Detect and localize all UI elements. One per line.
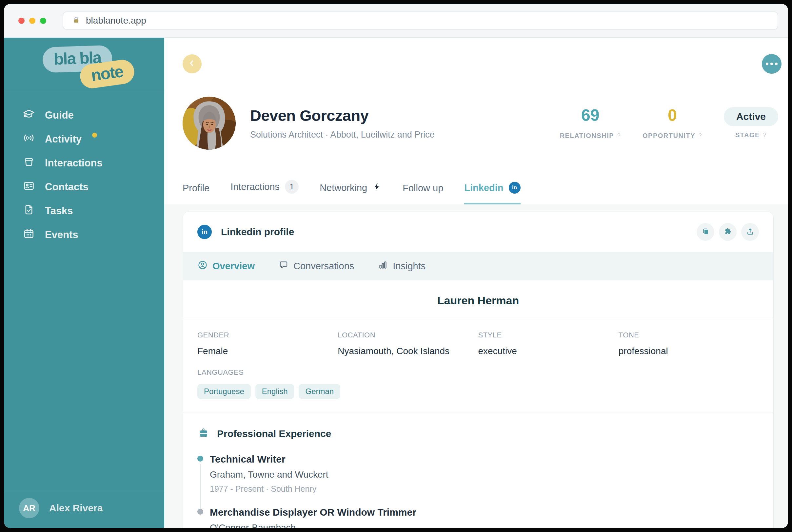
sidebar: bla bla note Guide Activity [4,38,164,528]
tab-profile[interactable]: Profile [183,183,209,204]
sidebar-item-label: Interactions [45,157,103,169]
lightning-icon [372,182,382,194]
stage-badge: Active [724,107,778,126]
chat-bubble-icon [278,260,289,272]
traffic-lights [18,18,46,24]
user-avatar: AR [19,498,39,518]
graduation-cap-icon [23,108,35,123]
tab-content: in Linkedin profile [164,204,788,528]
activity-notification-dot [92,133,97,138]
stage-label: STAGE [735,131,760,139]
opportunity-label: OPPORTUNITY [643,132,695,139]
contact-card-icon [23,179,35,195]
experience-section: Professional Experience Technical Writer… [183,413,773,528]
close-window-button[interactable] [18,18,24,24]
opportunity-stat: 0 OPPORTUNITY? [643,107,702,139]
upload-icon [746,227,755,237]
address-bar[interactable]: blablanote.app [62,12,778,30]
opportunity-value: 0 [643,107,702,124]
puzzle-icon [723,227,732,237]
contact-toolbar [164,38,788,74]
contact-tabs: Profile Interactions 1 Networking Follow… [164,180,788,204]
lock-icon [72,16,81,26]
sidebar-nav: Guide Activity Interactions [4,91,164,242]
experience-title: Professional Experience [217,428,331,439]
browser-chrome: blablanote.app [4,4,788,38]
zoom-window-button[interactable] [40,18,46,24]
languages-section: LANGUAGES Portuguese English German [183,356,773,412]
sidebar-item-contacts[interactable]: Contacts [4,180,164,194]
help-icon[interactable]: ? [763,132,767,138]
calendar-icon [23,227,35,242]
tab-linkedin[interactable]: Linkedin in [464,182,520,204]
language-chip: German [299,384,340,399]
sidebar-item-activity[interactable]: Activity [4,133,164,146]
current-user[interactable]: AR Alex Rivera [4,491,164,528]
sidebar-item-label: Guide [45,109,74,121]
subtab-insights[interactable]: Insights [377,260,425,272]
main-panel: Deven Gorczany Solutions Architect · Abb… [164,38,788,528]
more-options-button[interactable] [762,54,781,74]
tab-interactions[interactable]: Interactions 1 [231,180,299,204]
sidebar-item-label: Contacts [45,181,89,193]
sidebar-item-label: Tasks [45,205,73,217]
field-tone: TONE professional [619,331,759,356]
minimize-window-button[interactable] [29,18,35,24]
contact-header: Deven Gorczany Solutions Architect · Abb… [164,74,788,150]
linkedin-card-header: in Linkedin profile [183,212,773,252]
user-name: Alex Rivera [49,502,103,514]
sidebar-item-guide[interactable]: Guide [4,109,164,122]
linkedin-card-title: Linkedin profile [221,226,294,238]
help-icon[interactable]: ? [617,132,621,139]
bar-chart-icon [377,260,388,272]
field-gender: GENDER Female [197,331,338,356]
timeline-dot [197,509,203,515]
persona-fields: GENDER Female LOCATION Nyasiamouth, Cook… [183,319,773,356]
subtab-overview[interactable]: Overview [197,260,255,272]
sidebar-item-label: Activity [45,133,81,145]
archive-icon [23,156,35,171]
subtab-conversations[interactable]: Conversations [278,260,354,272]
linkedin-in-icon: in [197,225,212,239]
url-text: blablanote.app [86,15,146,26]
tab-follow-up[interactable]: Follow up [403,183,443,204]
export-button[interactable] [741,223,759,241]
back-button[interactable] [183,54,202,73]
relationship-label: RELATIONSHIP [560,132,614,139]
contact-subtitle: Solutions Architect · Abbott, Lueilwitz … [250,130,435,140]
stage-stat: Active STAGE? [724,107,778,139]
chevron-left-icon [187,59,197,69]
contact-stats: 69 RELATIONSHIP? 0 OPPORTUNITY? Active S… [560,107,778,139]
app-logo[interactable]: bla bla note [4,38,164,91]
languages-label: LANGUAGES [197,368,759,377]
help-icon[interactable]: ? [699,132,702,139]
experience-item: Technical Writer Graham, Towne and Wucke… [197,454,759,507]
contact-photo [183,97,236,150]
relationship-value: 69 [560,107,621,124]
timeline-dot [197,456,203,461]
integrations-button[interactable] [719,223,737,241]
language-chip: English [255,384,294,399]
linkedin-profile-card: in Linkedin profile [183,212,774,528]
person-circle-icon [197,260,208,272]
persona-name: Lauren Herman [183,280,773,319]
field-style: STYLE executive [478,331,619,356]
interactions-count-badge: 1 [285,180,299,194]
sidebar-item-events[interactable]: Events [4,228,164,242]
sidebar-item-label: Events [45,229,78,241]
contact-name: Deven Gorczany [250,107,435,125]
sidebar-item-tasks[interactable]: Tasks [4,204,164,217]
linkedin-subtabs: Overview Conversations Ins [183,252,773,280]
language-chip: Portuguese [197,384,251,399]
linkedin-card-actions [697,223,759,241]
field-location: LOCATION Nyasiamouth, Cook Islands [338,331,478,356]
sidebar-item-interactions[interactable]: Interactions [4,157,164,170]
linkedin-in-icon: in [509,182,520,194]
browser-window: blablanote.app bla bla note Guide [4,4,788,528]
tab-networking[interactable]: Networking [320,182,382,204]
relationship-stat: 69 RELATIONSHIP? [560,107,621,139]
experience-item: Merchandise Displayer OR Window Trimmer … [197,507,759,528]
copy-icon [701,227,710,237]
copy-button[interactable] [697,223,714,241]
file-check-icon [23,204,35,218]
